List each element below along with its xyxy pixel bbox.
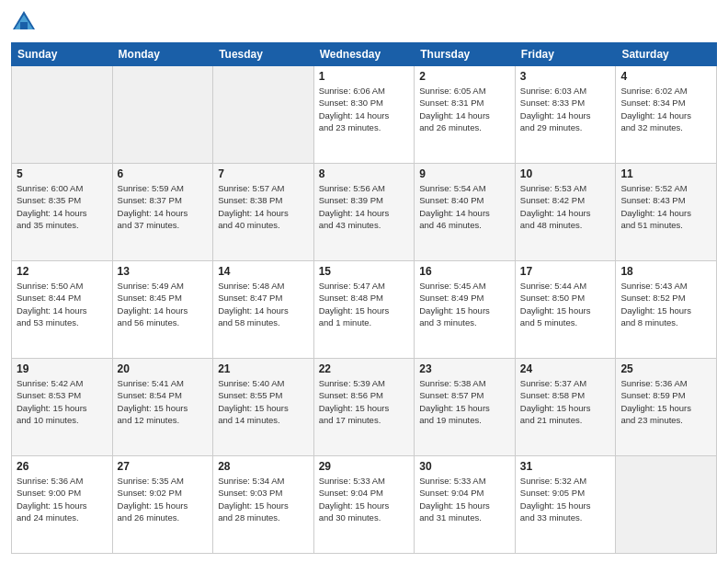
logo-icon <box>11 9 37 35</box>
calendar-cell: 29Sunrise: 5:33 AM Sunset: 9:04 PM Dayli… <box>313 456 415 554</box>
calendar-header-saturday: Saturday <box>616 43 717 66</box>
day-number: 6 <box>118 167 209 180</box>
calendar-week-5: 26Sunrise: 5:36 AM Sunset: 9:00 PM Dayli… <box>12 456 717 554</box>
calendar-cell: 5Sunrise: 6:00 AM Sunset: 8:35 PM Daylig… <box>12 164 113 261</box>
calendar-cell: 25Sunrise: 5:36 AM Sunset: 8:59 PM Dayli… <box>616 359 717 456</box>
calendar-cell: 15Sunrise: 5:47 AM Sunset: 8:48 PM Dayli… <box>313 261 415 359</box>
calendar-cell: 18Sunrise: 5:43 AM Sunset: 8:52 PM Dayli… <box>616 261 717 359</box>
calendar-header-tuesday: Tuesday <box>213 43 314 66</box>
day-number: 26 <box>17 460 108 473</box>
day-number: 25 <box>620 362 711 375</box>
calendar-cell: 26Sunrise: 5:36 AM Sunset: 9:00 PM Dayli… <box>12 456 113 554</box>
day-number: 12 <box>17 265 108 278</box>
calendar-cell: 11Sunrise: 5:52 AM Sunset: 8:43 PM Dayli… <box>616 164 717 261</box>
calendar-week-4: 19Sunrise: 5:42 AM Sunset: 8:53 PM Dayli… <box>12 359 717 456</box>
day-info: Sunrise: 5:36 AM Sunset: 8:59 PM Dayligh… <box>620 377 711 426</box>
day-info: Sunrise: 5:41 AM Sunset: 8:54 PM Dayligh… <box>118 377 209 426</box>
day-number: 27 <box>118 460 209 473</box>
day-info: Sunrise: 5:59 AM Sunset: 8:37 PM Dayligh… <box>118 182 209 231</box>
day-info: Sunrise: 6:03 AM Sunset: 8:33 PM Dayligh… <box>520 85 611 133</box>
header <box>11 9 717 35</box>
day-info: Sunrise: 5:33 AM Sunset: 9:04 PM Dayligh… <box>419 475 510 523</box>
calendar-cell <box>12 66 113 164</box>
day-number: 21 <box>218 362 309 375</box>
day-number: 11 <box>620 167 711 180</box>
calendar-cell <box>112 66 213 164</box>
calendar-cell: 22Sunrise: 5:39 AM Sunset: 8:56 PM Dayli… <box>313 359 415 456</box>
calendar-cell: 10Sunrise: 5:53 AM Sunset: 8:42 PM Dayli… <box>515 164 616 261</box>
day-number: 28 <box>218 460 309 473</box>
calendar-week-1: 1Sunrise: 6:06 AM Sunset: 8:30 PM Daylig… <box>12 66 717 164</box>
calendar-week-2: 5Sunrise: 6:00 AM Sunset: 8:35 PM Daylig… <box>12 164 717 261</box>
day-info: Sunrise: 5:54 AM Sunset: 8:40 PM Dayligh… <box>419 182 510 231</box>
day-number: 5 <box>17 167 108 180</box>
calendar-cell: 4Sunrise: 6:02 AM Sunset: 8:34 PM Daylig… <box>616 66 717 164</box>
day-number: 20 <box>118 362 209 375</box>
calendar-cell: 17Sunrise: 5:44 AM Sunset: 8:50 PM Dayli… <box>515 261 616 359</box>
day-info: Sunrise: 5:45 AM Sunset: 8:49 PM Dayligh… <box>419 280 510 328</box>
day-info: Sunrise: 5:36 AM Sunset: 9:00 PM Dayligh… <box>17 475 108 523</box>
day-number: 3 <box>520 70 611 83</box>
day-number: 10 <box>520 167 611 180</box>
calendar-cell: 19Sunrise: 5:42 AM Sunset: 8:53 PM Dayli… <box>12 359 113 456</box>
day-info: Sunrise: 5:44 AM Sunset: 8:50 PM Dayligh… <box>520 280 611 328</box>
day-number: 1 <box>319 70 410 83</box>
day-number: 14 <box>218 265 309 278</box>
calendar-cell: 30Sunrise: 5:33 AM Sunset: 9:04 PM Dayli… <box>415 456 516 554</box>
calendar-cell <box>213 66 314 164</box>
day-number: 13 <box>118 265 209 278</box>
calendar-header-sunday: Sunday <box>12 43 113 66</box>
calendar-cell: 28Sunrise: 5:34 AM Sunset: 9:03 PM Dayli… <box>213 456 314 554</box>
day-info: Sunrise: 5:37 AM Sunset: 8:58 PM Dayligh… <box>520 377 611 426</box>
day-number: 31 <box>520 460 611 473</box>
calendar-cell: 14Sunrise: 5:48 AM Sunset: 8:47 PM Dayli… <box>213 261 314 359</box>
day-info: Sunrise: 5:33 AM Sunset: 9:04 PM Dayligh… <box>319 475 410 523</box>
day-info: Sunrise: 5:53 AM Sunset: 8:42 PM Dayligh… <box>520 182 611 231</box>
calendar-cell: 8Sunrise: 5:56 AM Sunset: 8:39 PM Daylig… <box>313 164 415 261</box>
calendar-cell: 24Sunrise: 5:37 AM Sunset: 8:58 PM Dayli… <box>515 359 616 456</box>
day-info: Sunrise: 5:34 AM Sunset: 9:03 PM Dayligh… <box>218 475 309 523</box>
day-number: 9 <box>419 167 510 180</box>
calendar-cell: 7Sunrise: 5:57 AM Sunset: 8:38 PM Daylig… <box>213 164 314 261</box>
day-info: Sunrise: 5:47 AM Sunset: 8:48 PM Dayligh… <box>319 280 410 328</box>
calendar-cell: 31Sunrise: 5:32 AM Sunset: 9:05 PM Dayli… <box>515 456 616 554</box>
day-number: 29 <box>319 460 410 473</box>
day-info: Sunrise: 6:05 AM Sunset: 8:31 PM Dayligh… <box>419 85 510 133</box>
logo <box>11 9 40 35</box>
svg-rect-2 <box>20 22 28 29</box>
day-number: 17 <box>520 265 611 278</box>
day-info: Sunrise: 5:50 AM Sunset: 8:44 PM Dayligh… <box>17 280 108 328</box>
day-number: 18 <box>620 265 711 278</box>
calendar-cell: 13Sunrise: 5:49 AM Sunset: 8:45 PM Dayli… <box>112 261 213 359</box>
calendar-cell: 6Sunrise: 5:59 AM Sunset: 8:37 PM Daylig… <box>112 164 213 261</box>
day-number: 4 <box>620 70 711 83</box>
calendar-cell: 1Sunrise: 6:06 AM Sunset: 8:30 PM Daylig… <box>313 66 415 164</box>
calendar-cell: 16Sunrise: 5:45 AM Sunset: 8:49 PM Dayli… <box>415 261 516 359</box>
day-number: 22 <box>319 362 410 375</box>
day-info: Sunrise: 5:38 AM Sunset: 8:57 PM Dayligh… <box>419 377 510 426</box>
day-info: Sunrise: 5:52 AM Sunset: 8:43 PM Dayligh… <box>620 182 711 231</box>
day-info: Sunrise: 5:49 AM Sunset: 8:45 PM Dayligh… <box>118 280 209 328</box>
day-number: 15 <box>319 265 410 278</box>
calendar-cell <box>616 456 717 554</box>
day-info: Sunrise: 5:43 AM Sunset: 8:52 PM Dayligh… <box>620 280 711 328</box>
day-number: 23 <box>419 362 510 375</box>
day-info: Sunrise: 5:57 AM Sunset: 8:38 PM Dayligh… <box>218 182 309 231</box>
day-info: Sunrise: 6:00 AM Sunset: 8:35 PM Dayligh… <box>17 182 108 231</box>
calendar-cell: 20Sunrise: 5:41 AM Sunset: 8:54 PM Dayli… <box>112 359 213 456</box>
day-number: 7 <box>218 167 309 180</box>
day-info: Sunrise: 6:02 AM Sunset: 8:34 PM Dayligh… <box>620 85 711 133</box>
day-number: 2 <box>419 70 510 83</box>
day-info: Sunrise: 5:32 AM Sunset: 9:05 PM Dayligh… <box>520 475 611 523</box>
calendar-cell: 21Sunrise: 5:40 AM Sunset: 8:55 PM Dayli… <box>213 359 314 456</box>
day-info: Sunrise: 6:06 AM Sunset: 8:30 PM Dayligh… <box>319 85 410 133</box>
day-number: 8 <box>319 167 410 180</box>
calendar-header-monday: Monday <box>112 43 213 66</box>
day-number: 16 <box>419 265 510 278</box>
calendar-cell: 12Sunrise: 5:50 AM Sunset: 8:44 PM Dayli… <box>12 261 113 359</box>
day-info: Sunrise: 5:56 AM Sunset: 8:39 PM Dayligh… <box>319 182 410 231</box>
day-number: 24 <box>520 362 611 375</box>
calendar-cell: 23Sunrise: 5:38 AM Sunset: 8:57 PM Dayli… <box>415 359 516 456</box>
calendar-header-friday: Friday <box>515 43 616 66</box>
calendar-week-3: 12Sunrise: 5:50 AM Sunset: 8:44 PM Dayli… <box>12 261 717 359</box>
